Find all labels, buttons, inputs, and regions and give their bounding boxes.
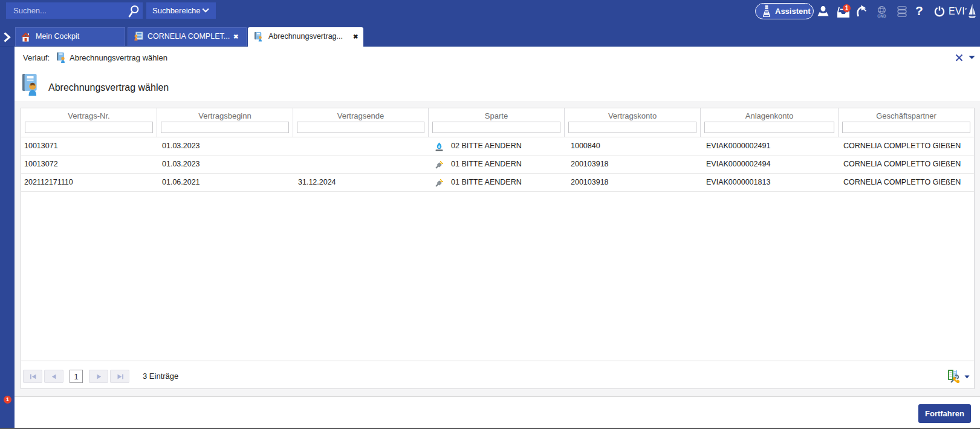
svg-text:GND: GND [877, 14, 886, 18]
